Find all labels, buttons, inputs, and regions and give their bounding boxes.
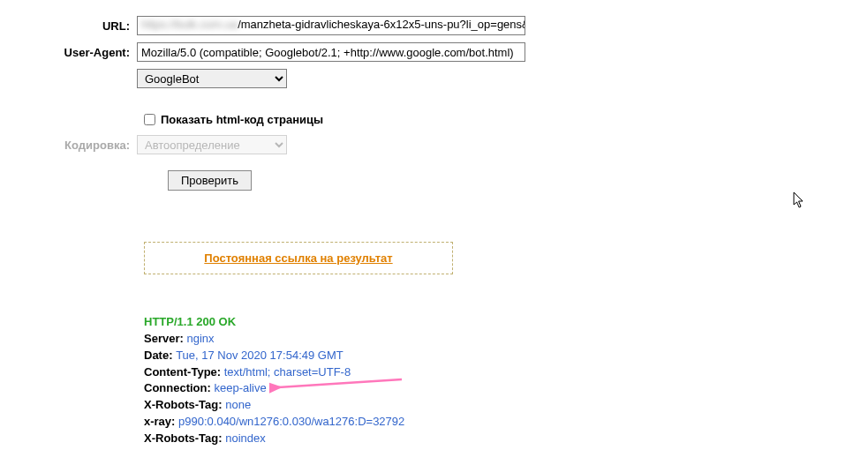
http-header-name: Connection: (144, 381, 214, 394)
http-response: HTTP/1.1 200 OK Server: nginxDate: Tue, … (144, 314, 868, 447)
permalink-link[interactable]: Постоянная ссылка на результат (204, 251, 392, 265)
http-header-value: none (225, 398, 251, 411)
http-header-name: Content-Type: (144, 365, 224, 379)
url-input[interactable]: https://bulk.com.ua /manzheta-gidravlich… (137, 16, 525, 35)
submit-row: Проверить (168, 170, 868, 191)
http-header-name: Server: (144, 332, 186, 345)
url-input-blur: https://bulk.com.ua (141, 18, 238, 34)
http-header-value: nginx (186, 332, 214, 345)
encoding-row: Кодировка: Автоопределение (0, 135, 868, 154)
http-header-value: noindex (225, 431, 266, 445)
http-header-name: Date: (144, 349, 176, 362)
show-html-label: Показать html-код страницы (161, 113, 323, 126)
http-header-line: Date: Tue, 17 Nov 2020 17:54:49 GMT (144, 348, 868, 364)
http-header-value: Tue, 17 Nov 2020 17:54:49 GMT (176, 349, 343, 362)
http-header-line: x-ray: p990:0.040/wn1276:0.030/wa1276:D=… (144, 414, 868, 431)
http-header-line: Connection: keep-alive (144, 380, 868, 397)
mouse-cursor-icon (793, 191, 807, 209)
http-header-value: text/html; charset=UTF-8 (224, 365, 351, 379)
http-header-name: X-Robots-Tag: (144, 398, 225, 411)
http-headers: Server: nginxDate: Tue, 17 Nov 2020 17:5… (144, 331, 868, 447)
permalink-box: Постоянная ссылка на результат (144, 242, 453, 274)
ua-select-row: GoogleBot (0, 69, 868, 88)
http-header-line: X-Robots-Tag: noindex (144, 431, 868, 447)
http-status-line: HTTP/1.1 200 OK (144, 314, 868, 331)
show-html-checkbox[interactable] (144, 114, 155, 125)
user-agent-row: User-Agent: (0, 42, 868, 62)
encoding-select: Автоопределение (137, 135, 287, 154)
http-header-line: X-Robots-Tag: none (144, 397, 868, 414)
user-agent-input[interactable] (137, 42, 525, 62)
user-agent-select[interactable]: GoogleBot (137, 69, 287, 88)
url-input-value: /manzheta-gidravlicheskaya-6x12x5-uns-pu… (238, 18, 525, 34)
url-row: URL: https://bulk.com.ua /manzheta-gidra… (0, 16, 868, 35)
encoding-label: Кодировка: (0, 139, 137, 152)
http-header-value: p990:0.040/wn1276:0.030/wa1276:D=32792 (178, 415, 404, 428)
http-header-line: Server: nginx (144, 331, 868, 348)
http-header-line: Content-Type: text/html; charset=UTF-8 (144, 364, 868, 381)
user-agent-label: User-Agent: (0, 46, 137, 59)
show-html-row: Показать html-код страницы (144, 113, 868, 126)
submit-button[interactable]: Проверить (168, 170, 252, 191)
http-header-value: keep-alive (214, 381, 266, 394)
http-header-name: X-Robots-Tag: (144, 431, 225, 445)
url-label: URL: (0, 19, 137, 33)
http-header-name: x-ray: (144, 415, 178, 428)
